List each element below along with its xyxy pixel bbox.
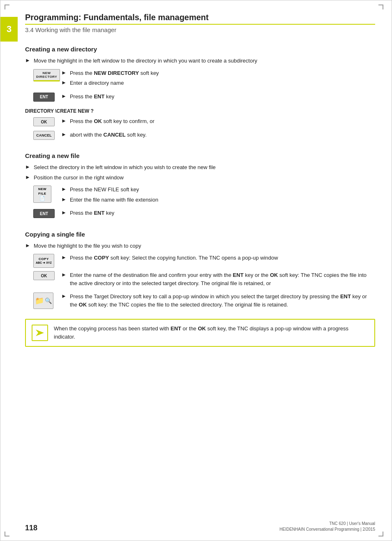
target-dir-key-image: 📁 🔍 <box>33 293 55 309</box>
bullet-arrow-icon: ► <box>61 293 67 299</box>
new-file-intro-bullet-1: ► Select the directory in the left windo… <box>25 163 375 172</box>
new-directory-bullets: ► Press the NEW DIRECTORY soft key ► Ent… <box>61 69 375 89</box>
copy-intro-bullet: ► Move the highlight to the file you wis… <box>25 242 375 250</box>
ent-bullets: ► Press the ENT key <box>61 93 375 103</box>
footer-line1: TNC 620 | User's Manual <box>279 521 375 527</box>
copy-xyz-icon: XYZ <box>46 261 52 264</box>
copy-arrow-icon: ➔ <box>43 261 45 265</box>
new-file-bullet-1: ► Press the NEW FILE soft key <box>61 186 375 194</box>
new-directory-label1: NEW <box>43 71 51 75</box>
ok-bullet-text: Press the OK soft key to confirm, or <box>70 117 154 125</box>
new-directory-key-image: NEW DIRECTORY <box>33 69 55 82</box>
copy-ok-button[interactable]: OK <box>33 271 55 280</box>
copy-label: COPY <box>39 257 49 261</box>
bullet-arrow-icon: ► <box>25 164 30 170</box>
copy-ok-bullet: ► Enter the name of the destination file… <box>61 271 375 287</box>
new-file-button[interactable]: NEW FILE 📄 <box>33 186 51 203</box>
new-dir-intro-bullets: ► Move the highlight in the left window … <box>25 57 375 65</box>
ent-button[interactable]: ENT <box>33 93 55 102</box>
new-file-icon: 📄 <box>39 196 45 201</box>
copy-ok-key-block: OK ► Enter the name of the destination f… <box>33 271 375 289</box>
corner-tl <box>5 5 9 9</box>
new-file-intro-bullets: ► Select the directory in the left windo… <box>25 163 375 181</box>
ok-bullets: ► Press the OK soft key to confirm, or <box>61 117 375 128</box>
copy-abc-icon: ABC <box>36 261 42 264</box>
bullet-arrow-icon: ► <box>61 79 67 86</box>
target-dir-bullet: ► Press the Target Directory soft key to… <box>61 293 375 309</box>
ent-label: ENT <box>40 95 48 99</box>
magnify-icon: 🔍 <box>45 297 52 304</box>
ok-button[interactable]: OK <box>33 117 55 126</box>
new-file-ent-block: ENT ► Press the ENT key <box>33 209 375 219</box>
copy-button[interactable]: COPY ABC ➔ XYZ <box>33 254 54 268</box>
copy-ok-key-image: OK <box>33 271 55 280</box>
cancel-bullet: ► abort with the CANCEL soft key. <box>61 131 375 139</box>
dir-prompt: DIRECTORY \CREATE NEW ? <box>25 108 375 114</box>
new-file-intro-bullet-2: ► Position the cursor in the right windo… <box>25 174 375 182</box>
ok-label: OK <box>41 120 47 124</box>
section-new-directory-title: Creating a new directory <box>25 46 375 53</box>
new-dir-bullet-text-2: Enter a directory name <box>70 79 124 87</box>
bullet-arrow-icon: ► <box>25 174 30 180</box>
note-text: When the copying process has been starte… <box>54 325 369 341</box>
new-directory-key-block: NEW DIRECTORY ► Press the NEW DIRECTORY … <box>33 69 375 89</box>
new-file-key-block: NEW FILE 📄 ► Press the NEW FILE soft key… <box>33 186 375 206</box>
cancel-bullet-text: abort with the CANCEL soft key. <box>70 131 147 139</box>
copy-icon-row: ABC ➔ XYZ <box>36 261 52 265</box>
new-file-ent-button[interactable]: ENT <box>33 209 55 218</box>
new-dir-ent-bullet: ► Press the ENT key <box>61 93 375 101</box>
file-page-icon: 📄 <box>39 196 45 201</box>
copy-ok-bullets: ► Enter the name of the destination file… <box>61 271 375 289</box>
page: 3 Programming: Fundamentals, file manage… <box>0 0 392 541</box>
new-dir-bullet-2: ► Enter a directory name <box>61 79 375 87</box>
bullet-arrow-icon: ► <box>25 242 30 248</box>
corner-tr <box>378 5 383 9</box>
copy-key-image: COPY ABC ➔ XYZ <box>33 254 55 268</box>
main-content: Programming: Fundamentals, file manageme… <box>25 0 375 372</box>
ok-key-image: OK <box>33 117 55 126</box>
cancel-button[interactable]: CANCEL <box>33 131 55 140</box>
new-file-bullet-text-1: Press the NEW FILE soft key <box>70 186 139 194</box>
footer-page-number: 118 <box>25 524 37 532</box>
copy-ok-bullet-text: Enter the name of the destination file a… <box>70 271 375 287</box>
new-file-ent-label: ENT <box>40 211 48 216</box>
new-dir-bullet-text-1: Press the NEW DIRECTORY soft key <box>70 69 159 77</box>
target-directory-button[interactable]: 📁 🔍 <box>33 293 53 309</box>
copy-bullets: ► Press the COPY soft key: Select the co… <box>61 254 375 264</box>
new-file-ent-bullet: ► Press the ENT key <box>61 209 375 217</box>
copy-key-block: COPY ABC ➔ XYZ ► Press the COPY soft key… <box>33 254 375 268</box>
cancel-key-block: CANCEL ► abort with the CANCEL soft key. <box>33 131 375 141</box>
copy-ok-label: OK <box>41 274 47 278</box>
new-file-intro-text-1: Select the directory in the left window … <box>34 163 216 172</box>
target-dir-bullets: ► Press the Target Directory soft key to… <box>61 293 375 311</box>
copy-intro-text: Move the highlight to the file you wish … <box>34 242 141 250</box>
bullet-arrow-icon: ► <box>61 131 67 137</box>
sub-title: 3.4 Working with the file manager <box>25 26 375 33</box>
bullet-arrow-icon: ► <box>61 254 67 260</box>
new-file-ent-text: Press the ENT key <box>70 209 114 217</box>
new-dir-intro-text: Move the highlight in the left window to… <box>34 57 257 65</box>
new-directory-label2: DIRECTORY <box>36 75 57 79</box>
note-icon <box>32 325 48 341</box>
folder-icon: 📁 <box>35 296 44 305</box>
bullet-arrow-icon: ► <box>61 209 67 216</box>
new-file-ent-bullets: ► Press the ENT key <box>61 209 375 219</box>
section-copy-file-title: Copying a single file <box>25 231 375 238</box>
new-directory-ent-block: ENT ► Press the ENT key <box>33 93 375 103</box>
cancel-label: CANCEL <box>36 133 52 137</box>
bullet-arrow-icon: ► <box>61 93 67 99</box>
bullet-arrow-icon: ► <box>25 57 30 63</box>
target-key-inner: 📁 🔍 <box>35 296 52 305</box>
bullet-arrow-icon: ► <box>61 196 67 202</box>
copy-intro-bullets: ► Move the highlight to the file you wis… <box>25 242 375 250</box>
chapter-tab: 3 <box>0 17 18 42</box>
bullet-arrow-icon: ► <box>61 186 67 192</box>
new-dir-ent-text: Press the ENT key <box>70 93 114 101</box>
page-footer: 118 TNC 620 | User's Manual HEIDENHAIN C… <box>0 521 392 532</box>
new-directory-button[interactable]: NEW DIRECTORY <box>33 69 60 81</box>
section-new-file-title: Creating a new file <box>25 152 375 159</box>
copy-bullet-text: Press the COPY soft key: Select the copy… <box>70 254 278 262</box>
new-file-bullets: ► Press the NEW FILE soft key ► Enter th… <box>61 186 375 206</box>
cancel-key-image: CANCEL <box>33 131 55 140</box>
main-title: Programming: Fundamentals, file manageme… <box>25 13 375 25</box>
